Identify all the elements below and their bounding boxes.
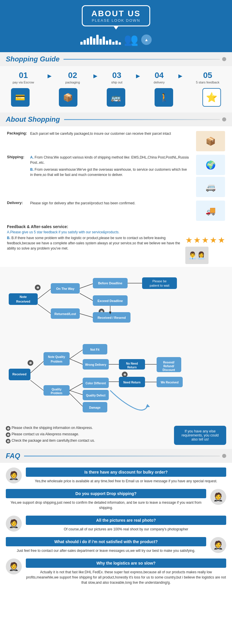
please-look-subtitle: PLEASE LOOK DOWN xyxy=(91,18,141,23)
faq-q-5: Why the logistics are so slow? xyxy=(26,559,226,568)
faq-a-2: Yes,we support drop shipping,just need t… xyxy=(6,500,206,510)
faq-content-3: All the pictures are real photo? Of cour… xyxy=(26,516,226,532)
svg-text:Quality Defect: Quality Defect xyxy=(86,394,106,397)
svg-line-8 xyxy=(80,284,93,288)
step-icon-5: ⭐ xyxy=(202,88,221,107)
svg-text:Problem: Problem xyxy=(51,360,62,363)
faq-item-2: Do you support Drop shipping? Yes,we sup… xyxy=(6,489,226,510)
svg-text:Quality: Quality xyxy=(52,388,61,391)
arrow-1: ▶ xyxy=(48,73,52,79)
shipping-b-label: B. xyxy=(30,168,34,172)
people-icon: 👥 xyxy=(124,33,138,46)
packaging-row: Packaging: Each parcel will be carefully… xyxy=(7,131,225,151)
step-2-num: 02 xyxy=(68,71,77,80)
svg-rect-12 xyxy=(142,277,177,289)
svg-line-43 xyxy=(70,359,83,364)
feedback-b-content: B.If there have some problem with the lo… xyxy=(7,236,180,250)
svg-text:Refund/: Refund/ xyxy=(163,365,174,368)
title-dot-3 xyxy=(222,454,226,458)
svg-text:❷: ❷ xyxy=(124,373,126,376)
packaging-image: 📦 xyxy=(196,131,225,151)
title-divider-2 xyxy=(64,119,220,120)
shipping-image-van: 🚐 xyxy=(196,177,225,197)
stars-row: ★ ★ ★ ★ ★ xyxy=(185,235,225,245)
svg-text:Note Quality: Note Quality xyxy=(48,355,65,359)
flowchart-bottom-svg: Received ❸ Note Quality Problem Quality … xyxy=(6,332,226,419)
faq-avatar-3: 🤵 xyxy=(6,516,22,532)
feedback-b-label: B. xyxy=(7,236,10,240)
flowchart-section: Note Received ❶ On The Way Before Deadli… xyxy=(0,267,232,424)
faq-q-4: What should i do if i'm not satisfied wi… xyxy=(6,537,206,546)
shipping-label: Shipping: xyxy=(7,155,30,159)
svg-text:Damage: Damage xyxy=(89,406,101,409)
svg-line-40 xyxy=(70,350,83,359)
play-icon: ▲ xyxy=(141,34,152,45)
feedback-title: Feedback & After-sales service: xyxy=(7,224,225,229)
step-3-num: 03 xyxy=(112,71,121,80)
feedback-row: B. B.If there have some problem with the… xyxy=(7,235,225,264)
faq-a-1: Yes,the wholesale price is available at … xyxy=(26,479,226,484)
step-2: 02 packaging xyxy=(65,71,80,84)
faq-section-title: FAQ xyxy=(0,449,232,463)
svg-marker-72 xyxy=(146,404,150,407)
star-2: ★ xyxy=(193,235,201,245)
svg-line-52 xyxy=(70,393,83,406)
faq-content-4: What should i do if i'm not satisfied wi… xyxy=(6,537,206,553)
notes-section: ❶ Please check the shipping information … xyxy=(0,424,232,449)
packaging-text: Each parcel will be carefully packaged,t… xyxy=(30,131,193,136)
svg-line-15 xyxy=(80,293,93,301)
svg-text:Received: Received xyxy=(12,372,26,376)
about-shopping-heading: About Shopping xyxy=(6,115,60,123)
faq-item-1: 🤵 Is there have any discount for bulky o… xyxy=(6,467,226,484)
arrow-2: ▶ xyxy=(93,73,97,79)
star-1: ★ xyxy=(185,235,193,245)
header-section: ABOUT US PLEASE LOOK DOWN 👥 ▲ xyxy=(0,0,232,52)
svg-text:Before Deadline: Before Deadline xyxy=(98,281,122,285)
svg-text:Note: Note xyxy=(20,295,27,299)
note-bubble-text: If you have any else requirements, you c… xyxy=(178,429,222,441)
step-4-label: delivery xyxy=(154,81,165,84)
svg-line-20 xyxy=(38,304,51,314)
svg-text:Problem: Problem xyxy=(51,392,62,395)
faq-avatar-1: 🤵 xyxy=(6,467,22,483)
svg-text:❶: ❶ xyxy=(37,286,39,289)
notes-list: ❶ Please check the shipping information … xyxy=(6,426,168,445)
faq-item-4: What should i do if i'm not satisfied wi… xyxy=(6,537,226,553)
shipping-b-text: From overseas warehouse:We've got the ov… xyxy=(30,168,187,177)
svg-text:Return: Return xyxy=(127,366,137,369)
step-3-label: ship out xyxy=(111,81,122,84)
step-3: 03 ship out xyxy=(111,71,122,84)
svg-text:No Need: No Need xyxy=(126,362,138,365)
step-icon-3: 🚌 xyxy=(107,88,125,107)
faq-section: 🤵 Is there have any discount for bulky o… xyxy=(0,463,232,595)
note-2-text: Please contact us via Aliexpress messsag… xyxy=(12,432,79,436)
note-2: ❷ Please contact us via Aliexpress messs… xyxy=(6,432,168,437)
steps-icons-row: 💳 📦 🚌 🚶 ⭐ xyxy=(6,88,226,107)
feedback-section: Feedback & After-sales service: A.Please… xyxy=(7,224,225,264)
step-5: 05 5 stars feedback xyxy=(196,71,220,84)
step-2-label: packaging xyxy=(65,81,80,84)
svg-line-46 xyxy=(70,383,83,390)
bar-chart-icon xyxy=(80,35,121,45)
feedback-b-text: B. B.If there have some problem with the… xyxy=(7,235,181,251)
faq-content-1: Is there have any discount for bulky ord… xyxy=(26,467,226,484)
note-1-number: ❶ xyxy=(6,426,10,431)
svg-text:Resend/: Resend/ xyxy=(163,361,175,364)
faq-a-5: Actually it is not that fast like:DHL Fe… xyxy=(26,570,226,585)
shopping-guide-section-title: Shopping Guide xyxy=(0,52,232,66)
shipping-image-world: 🌍 xyxy=(196,155,225,175)
faq-q-2: Do you support Drop shipping? xyxy=(6,489,206,498)
svg-text:Color Different: Color Different xyxy=(86,382,106,385)
faq-a-3: Of course,all of our pictures are 100% r… xyxy=(26,527,226,532)
delivery-row: Delivery: Please sign for delivery after… xyxy=(7,201,225,221)
svg-line-36 xyxy=(30,380,44,390)
delivery-image: 🚚 xyxy=(196,201,225,221)
shipping-a-text: From China:We support various kinds of s… xyxy=(30,155,189,165)
note-3: ❸ Check the package and item carefully,t… xyxy=(6,439,168,443)
delivery-label: Delivery: xyxy=(7,201,30,205)
shipping-b: B. From overseas warehouse:We've got the… xyxy=(30,167,190,177)
svg-line-49 xyxy=(70,390,83,395)
shopping-guide-content: 01 pay via Escrow ▶ 02 packaging ▶ 03 sh… xyxy=(0,66,232,112)
faq-a-4: Just feel free to contact our after-sale… xyxy=(6,548,206,553)
about-us-title: ABOUT US xyxy=(91,9,141,18)
